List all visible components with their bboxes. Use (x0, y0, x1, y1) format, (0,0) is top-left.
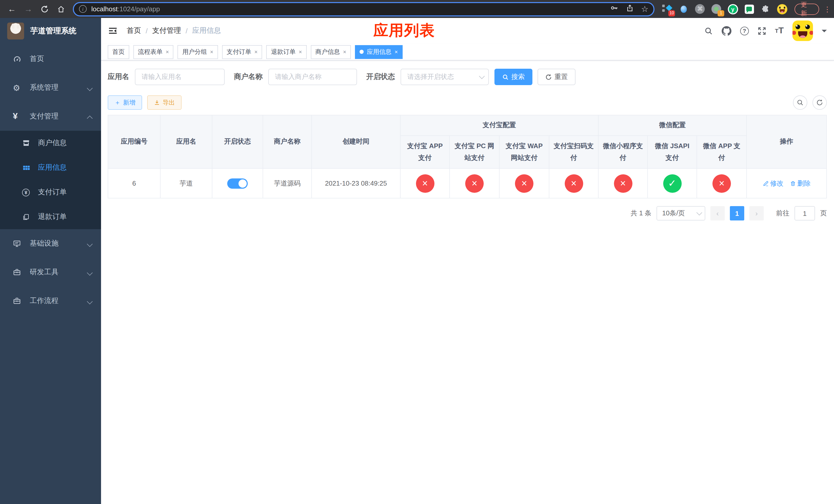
close-icon[interactable]: × (299, 49, 302, 55)
placeholder-text: 请输入商户名称 (275, 72, 322, 82)
payment-submenu: 商户信息 应用信息 ¥ 支付订单 (0, 131, 101, 229)
merchant-name-input[interactable]: 请输入商户名称 (268, 69, 357, 85)
cell-actions: 修改 删除 (747, 168, 827, 198)
sidebar-item-pay-order[interactable]: ¥ 支付订单 (0, 180, 101, 205)
browser-menu-icon[interactable]: ⋮ (824, 5, 829, 13)
search-icon (502, 74, 509, 80)
browser-forward-icon[interactable]: → (22, 2, 35, 16)
password-key-icon[interactable] (610, 4, 619, 14)
sidebar-item-label: 支付管理 (30, 112, 88, 121)
avatar-dropdown-caret[interactable] (822, 29, 827, 35)
tag-manager-extension-icon[interactable]: 10 (662, 4, 673, 14)
cell-status (212, 168, 263, 198)
placeholder-text: 请选择开启状态 (407, 72, 454, 82)
browser-back-icon[interactable]: ← (5, 2, 19, 16)
sidebar-item-refund-order[interactable]: 退款订单 (0, 205, 101, 229)
page-size-select[interactable]: 10条/页 (657, 206, 705, 221)
breadcrumb-home[interactable]: 首页 (127, 26, 141, 36)
total-count: 共 1 条 (631, 209, 652, 218)
tab-label: 商户信息 (315, 47, 340, 56)
tab-refund-order[interactable]: 退款订单× (266, 45, 307, 59)
add-button[interactable]: ＋ 新增 (108, 95, 142, 110)
sidebar-item-infrastructure[interactable]: 基础设施 (0, 229, 101, 258)
edit-link[interactable]: 修改 (763, 179, 784, 188)
alipay-app-status-badge: × (416, 174, 434, 192)
github-icon[interactable] (722, 26, 731, 36)
status-select[interactable]: 请选择开启状态 (401, 69, 489, 85)
sidebar-item-payment[interactable]: ¥ 支付管理 (0, 102, 101, 131)
briefcase-icon (13, 297, 25, 305)
sidebar-item-workflow[interactable]: 工作流程 (0, 287, 101, 315)
user-avatar[interactable] (792, 21, 813, 41)
bookmark-star-icon[interactable]: ☆ (641, 4, 649, 14)
col-header-alipay-qr: 支付宝扫码支付 (549, 136, 598, 168)
smiley-avatar-icon[interactable] (776, 4, 787, 14)
tab-label: 用户分组 (182, 47, 207, 56)
next-page-button[interactable]: › (749, 206, 764, 221)
sidebar-item-merchant-info[interactable]: 商户信息 (0, 131, 101, 155)
fullscreen-icon[interactable] (758, 26, 766, 35)
tab-home[interactable]: 首页 (108, 45, 129, 59)
extensions-puzzle-icon[interactable] (760, 4, 771, 14)
chevron-down-icon (88, 85, 93, 90)
tab-label: 流程表单 (138, 47, 162, 56)
browser-home-icon[interactable] (54, 2, 68, 16)
share-icon[interactable] (626, 4, 634, 14)
tab-app-info[interactable]: 应用信息× (355, 45, 402, 59)
cell-app-name: 芋道 (160, 168, 212, 198)
tab-user-group[interactable]: 用户分组× (178, 45, 218, 59)
sidebar-item-label: 基础设施 (30, 239, 88, 248)
chevron-down-icon (479, 73, 485, 79)
breadcrumb-payment[interactable]: 支付管理 (152, 26, 181, 36)
balloon-extension-icon[interactable] (678, 4, 689, 14)
help-icon[interactable]: ? (740, 26, 749, 35)
yuque-extension-icon[interactable]: y (727, 4, 738, 14)
refresh-table-button[interactable] (812, 95, 827, 110)
close-icon[interactable]: × (166, 49, 169, 55)
page-number-1[interactable]: 1 (730, 206, 744, 221)
goto-unit: 页 (820, 209, 827, 218)
delete-link[interactable]: 删除 (790, 179, 811, 188)
tabs-bar: 首页 流程表单× 用户分组× 支付订单× 退款订单× 商户信息× 应用信息× (101, 44, 834, 61)
tab-process-form[interactable]: 流程表单× (133, 45, 174, 59)
sidebar-item-app-info[interactable]: 应用信息 (0, 155, 101, 180)
tab-merchant-info[interactable]: 商户信息× (311, 45, 351, 59)
recorder-extension-icon[interactable]: 1 (711, 4, 722, 14)
close-icon[interactable]: × (210, 49, 213, 55)
command-extension-icon[interactable]: ⌘ (695, 4, 705, 14)
sidebar-logo-row[interactable]: 芋道管理系统 (0, 18, 101, 44)
show-search-toggle-button[interactable] (793, 95, 807, 110)
reset-button[interactable]: 重置 (537, 69, 575, 85)
chevron-down-icon (697, 210, 702, 215)
col-header-wx-jsapi: 微信 JSAPI 支付 (648, 136, 697, 168)
url-path: :1024/pay/app (118, 5, 160, 13)
font-size-icon[interactable]: TT (775, 26, 784, 36)
close-icon[interactable]: × (255, 49, 258, 55)
tab-pay-order[interactable]: 支付订单× (222, 45, 262, 59)
status-toggle-on[interactable] (227, 178, 248, 188)
export-button[interactable]: 导出 (147, 95, 181, 110)
sidebar-item-system[interactable]: ⚙ 系统管理 (0, 73, 101, 102)
gear-icon: ⚙ (13, 83, 25, 93)
sidebar-item-label: 应用信息 (38, 163, 67, 172)
chat-extension-icon[interactable] (744, 4, 754, 14)
search-button[interactable]: 搜索 (495, 69, 532, 85)
search-icon[interactable] (704, 26, 713, 35)
address-bar[interactable]: i localhost:1024/pay/app ☆ (73, 2, 655, 16)
documents-icon (22, 213, 35, 221)
browser-reload-icon[interactable] (38, 2, 51, 16)
close-icon[interactable]: × (343, 49, 347, 55)
site-info-icon[interactable]: i (79, 5, 87, 13)
tab-label: 应用信息 (367, 47, 391, 56)
url-text[interactable]: localhost:1024/pay/app (91, 5, 610, 13)
app-name-input[interactable]: 请输入应用名 (135, 69, 225, 85)
goto-page-input[interactable] (794, 206, 815, 221)
prev-page-button[interactable]: ‹ (710, 206, 725, 221)
sidebar-item-home[interactable]: 首页 (0, 45, 101, 73)
close-icon[interactable]: × (394, 49, 398, 55)
chrome-update-button[interactable]: 更新 (794, 3, 819, 15)
col-header-created: 创建时间 (312, 115, 400, 168)
sidebar-item-devtools[interactable]: 研发工具 (0, 258, 101, 287)
sidebar-collapse-icon[interactable] (108, 26, 118, 36)
filter-form: 应用名 请输入应用名 商户名称 请输入商户名称 开启状态 请选择开启状态 搜索 … (108, 69, 827, 85)
